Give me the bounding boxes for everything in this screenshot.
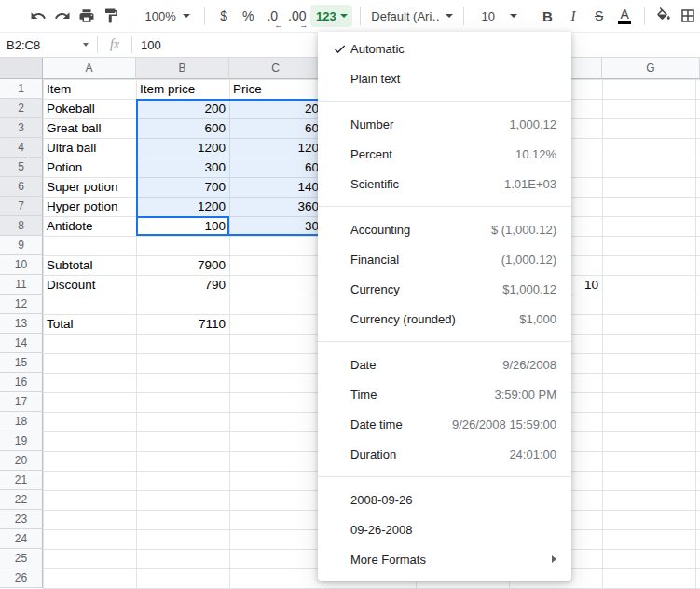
cell-B10[interactable]: 7900 [136,255,229,275]
row-header-17[interactable]: 17 [0,392,43,412]
cell-B4[interactable]: 1200 [136,138,229,158]
menu-item-time[interactable]: Time3:59:00 PM [318,379,571,409]
cell-A10[interactable]: Subtotal [43,255,136,275]
menu-item-more-formats[interactable]: More Formats [318,544,571,574]
row-header-10[interactable]: 10 [0,255,43,275]
menu-item-2008-09-26[interactable]: 2008-09-26 [318,485,571,514]
row-header-14[interactable]: 14 [0,334,43,353]
row-header-21[interactable]: 21 [0,471,43,490]
menu-item-plain-text[interactable]: Plain text [318,63,571,93]
cell-C6[interactable]: 140 [229,177,323,197]
cell-B5[interactable]: 300 [136,158,229,177]
cell-C1[interactable]: Price [229,79,323,99]
cell-A1[interactable]: Item [43,79,136,99]
cell-B6[interactable]: 700 [136,177,229,197]
bold-button[interactable]: B [536,4,560,28]
menu-item-automatic[interactable]: Automatic [318,34,571,63]
row-header-12[interactable]: 12 [0,294,43,314]
cell-C5[interactable]: 60 [229,158,323,177]
menu-item-scientific[interactable]: Scientific1.01E+03 [318,169,571,199]
column-header-B[interactable]: B [136,58,229,79]
cell-A2[interactable]: Pokeball [43,99,136,118]
column-header-A[interactable]: A [43,58,136,79]
cell-B13[interactable]: 7110 [136,314,229,334]
cell-B1[interactable]: Item price [136,79,229,99]
cell-C3[interactable]: 60 [229,118,323,138]
row-header-15[interactable]: 15 [0,353,43,373]
cell-C2[interactable]: 20 [229,99,323,118]
row-header-5[interactable]: 5 [0,158,43,177]
formula-input[interactable]: 100 [141,38,161,52]
row-header-9[interactable]: 9 [0,236,43,255]
cell-A13[interactable]: Total [43,314,136,334]
row-header-16[interactable]: 16 [0,373,43,392]
menu-item-label: Plain text [350,72,400,86]
select-all-corner[interactable] [0,58,43,79]
cell-B2[interactable]: 200 [136,99,229,118]
menu-item-percent[interactable]: Percent10.12% [318,139,571,169]
row-header-22[interactable]: 22 [0,490,43,510]
menu-item-financial[interactable]: Financial(1,000.12) [318,244,571,274]
row-header-8[interactable]: 8 [0,216,43,236]
row-header-4[interactable]: 4 [0,138,43,158]
cell-B7[interactable]: 1200 [136,197,229,216]
row-header-24[interactable]: 24 [0,529,43,549]
row-header-1[interactable]: 1 [0,79,43,99]
row-header-11[interactable]: 11 [0,275,43,294]
chevron-down-icon [446,14,453,18]
redo-button[interactable] [51,4,74,28]
column-header-C[interactable]: C [229,58,323,79]
font-size-select[interactable]: 10 [472,4,519,28]
menu-item-currency-rounded[interactable]: Currency (rounded)$1,000 [318,304,571,334]
name-box[interactable]: B2:C8 [0,33,97,57]
row-header-26[interactable]: 26 [0,568,43,588]
strikethrough-button[interactable]: S [587,4,611,28]
cell-A7[interactable]: Hyper potion [43,197,136,216]
cell-C4[interactable]: 120 [229,138,323,158]
row-header-2[interactable]: 2 [0,99,43,118]
cell-C7[interactable]: 360 [229,197,323,216]
cell-B8[interactable]: 100 [136,216,229,236]
cell-A4[interactable]: Ultra ball [43,138,136,158]
cell-A11[interactable]: Discount [43,275,136,294]
menu-item-09-26-2008[interactable]: 09-26-2008 [318,514,571,544]
undo-button[interactable] [27,4,49,28]
menu-item-currency[interactable]: Currency$1,000.12 [318,274,571,304]
row-header-19[interactable]: 19 [0,431,43,451]
print-button[interactable] [75,4,98,28]
row-header-7[interactable]: 7 [0,197,43,216]
percent-format-button[interactable]: % [237,4,259,28]
italic-button[interactable]: I [561,4,585,28]
cell-B11[interactable]: 790 [136,275,229,294]
cell-C8[interactable]: 30 [229,216,323,236]
row-header-3[interactable]: 3 [0,118,43,138]
row-header-6[interactable]: 6 [0,177,43,197]
row-header-25[interactable]: 25 [0,549,43,568]
row-header-13[interactable]: 13 [0,314,43,334]
cell-A3[interactable]: Great ball [43,118,136,138]
column-header-G[interactable]: G [602,58,700,79]
menu-item-date[interactable]: Date9/26/2008 [318,349,571,379]
cell-A6[interactable]: Super potion [43,177,136,197]
cell-A5[interactable]: Potion [43,158,136,177]
currency-format-button[interactable]: $ [213,4,235,28]
zoom-select[interactable]: 100% [138,4,197,28]
borders-button[interactable] [677,4,699,28]
paint-format-button[interactable] [100,4,122,28]
decrease-decimal-button[interactable]: .0 ← [261,4,283,28]
menu-item-number[interactable]: Number1,000.12 [318,109,571,139]
fill-color-button[interactable] [652,4,675,28]
menu-item-date-time[interactable]: Date time9/26/2008 15:59:00 [318,409,571,439]
row-header-20[interactable]: 20 [0,451,43,471]
row-header-18[interactable]: 18 [0,412,43,431]
font-select[interactable]: Default (Ari… [368,4,456,28]
increase-decimal-button[interactable]: .00 → [285,4,309,28]
menu-item-duration[interactable]: Duration24:01:00 [318,439,571,469]
text-color-button[interactable]: A [612,4,637,28]
font-name-value: Default (Ari… [371,9,440,23]
row-header-23[interactable]: 23 [0,510,43,529]
cell-B3[interactable]: 600 [136,118,229,138]
menu-item-accounting[interactable]: Accounting$ (1,000.12) [318,214,571,244]
cell-A8[interactable]: Antidote [43,216,136,236]
number-format-button[interactable]: 123 [310,5,352,27]
